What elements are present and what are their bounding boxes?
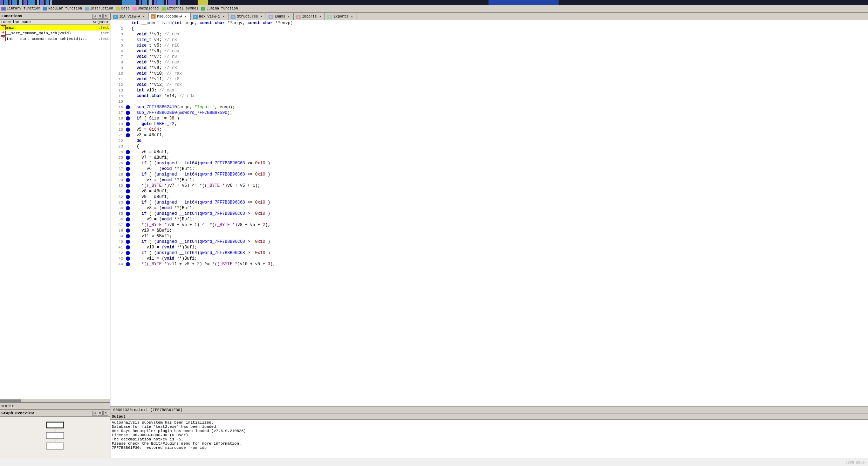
function-row-main[interactable]: f main .text — [0, 25, 110, 30]
functions-minimize-btn[interactable]: □ — [92, 14, 97, 19]
legend-unexplored-color — [132, 7, 137, 11]
line-num-23: 23 — [112, 144, 123, 149]
tab-pseudocode[interactable]: P Pseudocode-A ✕ — [148, 13, 190, 20]
code-text-23: { — [131, 144, 867, 149]
functions-col-seg: Segment — [88, 20, 109, 24]
tab-enums[interactable]: E Enums ✕ — [266, 13, 293, 20]
code-text-31: v8 = &Buf1; — [131, 189, 867, 194]
line-num-37: 37 — [112, 222, 123, 228]
code-line-11: 11 void **v11; // r8 — [110, 76, 868, 82]
line-num-14: 14 — [112, 93, 123, 99]
line-num-42: 42 — [112, 250, 123, 256]
tab-exports[interactable]: X Exports ✕ — [325, 13, 356, 20]
function-row-scrt2[interactable]: f int __scrt_common_main_seh(void)::'1':… — [0, 36, 110, 42]
code-line-19: 19 goto LABEL_22; — [110, 121, 868, 127]
line-num-26: 26 — [112, 160, 123, 166]
watermark: CSDN @Buek — [846, 461, 867, 465]
legend-library-color — [1, 7, 6, 11]
output-content[interactable]: Autoanalysis subsystem has been initiali… — [110, 420, 868, 458]
line-num-29: 29 — [112, 177, 123, 183]
line-num-43: 43 — [112, 256, 123, 261]
graph-close-btn[interactable]: × — [103, 411, 108, 416]
line-num-17: 17 — [112, 110, 123, 116]
tab-close-imports[interactable]: ✕ — [318, 15, 322, 19]
code-text-41: v10 = (void **)Buf1; — [131, 245, 867, 250]
code-text-16: sub_7FF7B8B62410(argc, "Input:", envp); — [131, 104, 867, 110]
line-num-16: 16 — [112, 104, 123, 110]
tab-imports[interactable]: I Imports ✕ — [293, 13, 325, 20]
line-num-13: 13 — [112, 88, 123, 93]
code-line-38: 38 v10 = &Buf1; — [110, 228, 868, 233]
line-num-32: 32 — [112, 194, 123, 200]
code-line-34: 34 v8 = (void **)Buf1; — [110, 205, 868, 211]
tab-icon-struct: S — [231, 15, 235, 19]
bp-dot-40 — [126, 240, 130, 244]
code-text-19: goto LABEL_22; — [131, 121, 867, 127]
line-num-27: 27 — [112, 166, 123, 172]
code-text-36: v9 = (void **)Buf1; — [131, 217, 867, 222]
code-line-1: 1 int __cdecl main(int argc, const char … — [110, 20, 868, 26]
code-text-32: v9 = &Buf1; — [131, 194, 867, 200]
tab-close-exports[interactable]: ✕ — [350, 15, 354, 19]
bp-dot-33 — [126, 200, 130, 205]
bp-dot-18 — [126, 116, 130, 121]
legend-library-label: Library function — [7, 7, 40, 11]
bp-dot-38 — [126, 228, 130, 233]
tabs-bar: A IDA View-A ✕ P Pseudocode-A ✕ H Hex Vi… — [110, 13, 868, 20]
code-line-2: 2 { — [110, 26, 868, 32]
line-num-25: 25 — [112, 155, 123, 160]
tab-close-enum[interactable]: ✕ — [287, 15, 291, 19]
code-text-3: void **v3; // rcx — [131, 32, 867, 37]
segment-bar — [0, 0, 868, 5]
status-bar: 00001330:main:1 (7FF7B8B61F30) — [110, 406, 868, 413]
function-icon-main: f — [1, 25, 6, 30]
functions-close-btn[interactable]: × — [103, 14, 108, 19]
code-line-18: 18 if ( Size != 38 ) — [110, 116, 868, 121]
graph-svg — [27, 420, 83, 455]
code-line-23: 23 { — [110, 144, 868, 149]
output-line-7: 7FF7B8B61F30: restored microcode from id… — [112, 446, 867, 450]
graph-minimize-btn[interactable]: □ — [92, 411, 97, 416]
code-line-14: 14 const char *v14; // rdx — [110, 93, 868, 99]
function-name-main: main — [6, 26, 88, 30]
tab-close-struct[interactable]: ✕ — [259, 15, 264, 19]
tab-ida-view[interactable]: A IDA View-A ✕ — [110, 13, 148, 20]
functions-scrollbar[interactable] — [0, 399, 110, 402]
code-text-29: v7 = (void **)Buf1; — [131, 177, 867, 183]
bp-dot-20 — [126, 128, 130, 132]
code-text-17: sub_7FF7B8B62B60(&qword_7FF7B8B97590); — [131, 110, 867, 116]
code-text-28: if ( (unsigned __int64)qword_7FF7B8B96C6… — [131, 172, 867, 177]
line-num-38: 38 — [112, 228, 123, 233]
functions-float-btn[interactable]: ⇱ — [98, 14, 103, 19]
tab-hex[interactable]: H Hex View-1 ✕ — [190, 13, 228, 20]
tab-icon-ida: A — [113, 15, 118, 19]
code-text-14: const char *v14; // rdx — [131, 93, 867, 99]
line-num-39: 39 — [112, 233, 123, 239]
line-num-10: 10 — [112, 71, 123, 76]
tab-label-pseudo: Pseudocode-A — [157, 15, 182, 19]
code-line-28: 28 if ( (unsigned __int64)qword_7FF7B8B9… — [110, 172, 868, 177]
code-line-32: 32 v9 = &Buf1; — [110, 194, 868, 200]
code-line-31: 31 v8 = &Buf1; — [110, 189, 868, 194]
code-text-15 — [131, 99, 867, 104]
code-line-27: 27 v6 = (void **)Buf1; — [110, 166, 868, 172]
code-line-43: 43 v11 = (void **)Buf1; — [110, 256, 868, 261]
code-text-37: *((_BYTE *)v9 + v5 + 1) ^= *((_BYTE *)v8… — [131, 222, 867, 228]
output-line-2: Database for file 'test2.exe' has been l… — [112, 425, 867, 429]
legend-unexplored-label: Unexplored — [138, 7, 159, 11]
tab-label-ida: IDA View-A — [119, 15, 140, 19]
function-row-scrt1[interactable]: f __scrt_common_main_seh(void) .text — [0, 30, 110, 36]
line-num-9: 9 — [112, 65, 123, 71]
function-icon-scrt2: f — [1, 36, 6, 41]
functions-list[interactable]: f main .text f __scrt_common_main_seh(vo… — [0, 25, 110, 399]
code-area[interactable]: 1 int __cdecl main(int argc, const char … — [110, 20, 868, 406]
bp-dot-17 — [126, 111, 130, 115]
code-line-21: 21 v3 = &Buf1; — [110, 132, 868, 138]
tab-close-ida[interactable]: ✕ — [142, 15, 146, 19]
tab-close-pseudo[interactable]: ✕ — [184, 14, 188, 19]
tab-close-hex[interactable]: ✕ — [221, 15, 226, 19]
bp-dot-36 — [126, 217, 130, 221]
functions-title: Functions — [1, 14, 22, 18]
tab-structures[interactable]: S Structures ✕ — [228, 13, 266, 20]
graph-float-btn[interactable]: ⇱ — [98, 411, 103, 416]
